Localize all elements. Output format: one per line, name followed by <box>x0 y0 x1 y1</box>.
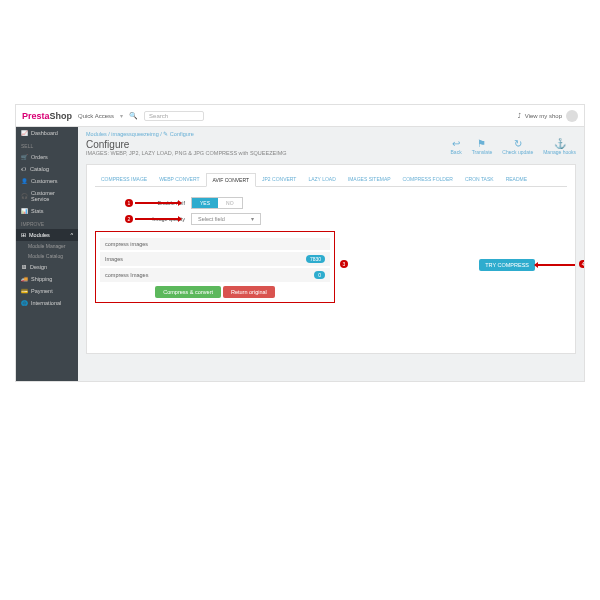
tab-cron-task[interactable]: CRON TASK <box>459 173 500 186</box>
sidebar-modules[interactable]: ⊞Modules^ <box>16 229 78 241</box>
box-row-compress-images: compress Images0 <box>100 268 330 282</box>
avatar[interactable] <box>566 110 578 122</box>
tab-jp2-convert[interactable]: JP2 CONVERT <box>256 173 302 186</box>
tab-webp-convert[interactable]: WEBP CONVERT <box>153 173 205 186</box>
box-row-images: Images7830 <box>100 252 330 266</box>
sidebar-module-manager[interactable]: Module Manager <box>16 241 78 251</box>
manage-hooks-button[interactable]: ⚓Manage hooks <box>543 138 576 155</box>
tab-lazy-load[interactable]: LAZY LOAD <box>302 173 341 186</box>
logo: PrestaShop <box>22 111 72 121</box>
sidebar-payment[interactable]: 💳Payment <box>16 285 78 297</box>
breadcrumb: Modules / imagessqueezeimg / ✎ Configure <box>86 131 576 137</box>
sidebar: 📈Dashboard SELL 🛒Orders 🏷Catalog 👤Custom… <box>16 127 78 381</box>
compress-box: compress images Images7830 compress Imag… <box>95 231 335 303</box>
image-quality-select[interactable]: Select field ▾ <box>191 213 261 225</box>
sidebar-international[interactable]: 🌐International <box>16 297 78 309</box>
sidebar-shipping[interactable]: 🚚Shipping <box>16 273 78 285</box>
view-shop-link[interactable]: View my shop <box>525 113 562 119</box>
tab-readme[interactable]: README <box>500 173 533 186</box>
tab-compress-image[interactable]: COMPRESS IMAGE <box>95 173 153 186</box>
arrow-2 <box>135 218 181 220</box>
sidebar-dashboard[interactable]: 📈Dashboard <box>16 127 78 139</box>
quick-access[interactable]: Quick Access <box>78 113 114 119</box>
box-row-compress: compress images <box>100 238 330 250</box>
topbar: PrestaShop Quick Access ▾ 🔍 Search ⤴View… <box>16 105 584 127</box>
compress-convert-button[interactable]: Compress & convert <box>155 286 221 298</box>
sidebar-catalog[interactable]: 🏷Catalog <box>16 163 78 175</box>
marker-1: 1 <box>125 199 133 207</box>
sidebar-design[interactable]: 🖥Design <box>16 261 78 273</box>
return-original-button[interactable]: Return original <box>223 286 275 298</box>
tab-images-sitemap[interactable]: IMAGES SITEMAP <box>342 173 397 186</box>
arrow-1 <box>135 202 181 204</box>
search-input[interactable]: Search <box>144 111 204 121</box>
sidebar-orders[interactable]: 🛒Orders <box>16 151 78 163</box>
sidebar-module-catalog[interactable]: Module Catalog <box>16 251 78 261</box>
marker-2: 2 <box>125 215 133 223</box>
try-compress-button[interactable]: TRY COMPRESS <box>479 259 535 271</box>
check-update-button[interactable]: ↻Check update <box>502 138 533 155</box>
back-button[interactable]: ↩Back <box>451 138 462 155</box>
config-panel: COMPRESS IMAGE WEBP CONVERT AVIF CONVERT… <box>86 164 576 354</box>
arrow-4 <box>535 264 575 266</box>
sidebar-service[interactable]: 🎧Customer Service <box>16 187 78 205</box>
sidebar-stats[interactable]: 📊Stats <box>16 205 78 217</box>
enable-avif-toggle[interactable]: YESNO <box>191 197 243 209</box>
sidebar-customers[interactable]: 👤Customers <box>16 175 78 187</box>
tab-avif-convert[interactable]: AVIF CONVERT <box>206 173 257 187</box>
marker-3: 3 <box>340 260 348 268</box>
translate-button[interactable]: ⚑Translate <box>472 138 493 155</box>
tab-compress-folder[interactable]: COMPRESS FOLDER <box>397 173 459 186</box>
tabs: COMPRESS IMAGE WEBP CONVERT AVIF CONVERT… <box>95 173 567 187</box>
marker-4: 4 <box>579 260 584 268</box>
